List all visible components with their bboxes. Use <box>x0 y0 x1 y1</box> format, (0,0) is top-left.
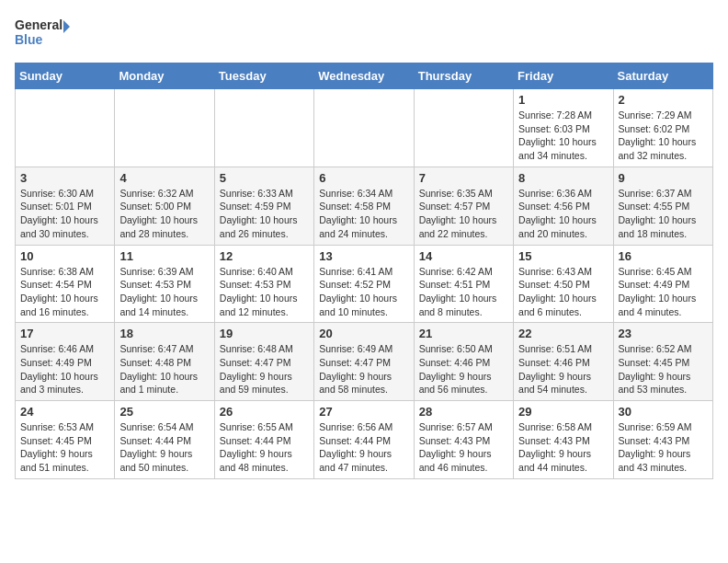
calendar-cell: 28Sunrise: 6:57 AM Sunset: 4:43 PM Dayli… <box>414 401 513 479</box>
day-number: 16 <box>619 249 708 263</box>
day-info: Sunrise: 6:48 AM Sunset: 4:47 PM Dayligh… <box>220 342 309 396</box>
calendar-cell: 18Sunrise: 6:47 AM Sunset: 4:48 PM Dayli… <box>115 323 214 401</box>
day-info: Sunrise: 6:37 AM Sunset: 4:55 PM Dayligh… <box>619 187 708 241</box>
header-cell-saturday: Saturday <box>613 63 712 89</box>
day-info: Sunrise: 6:42 AM Sunset: 4:51 PM Dayligh… <box>419 265 508 319</box>
calendar-cell <box>115 89 214 167</box>
header-row: SundayMondayTuesdayWednesdayThursdayFrid… <box>16 63 713 89</box>
calendar-cell <box>314 89 414 167</box>
page-header: General Blue <box>15 15 713 52</box>
calendar-cell: 26Sunrise: 6:55 AM Sunset: 4:44 PM Dayli… <box>214 401 313 479</box>
day-number: 26 <box>220 405 309 419</box>
calendar-week-1: 1Sunrise: 7:28 AM Sunset: 6:03 PM Daylig… <box>16 89 713 167</box>
day-number: 7 <box>419 171 508 185</box>
header-cell-tuesday: Tuesday <box>214 63 313 89</box>
day-number: 17 <box>20 327 109 340</box>
day-info: Sunrise: 7:28 AM Sunset: 6:03 PM Dayligh… <box>518 109 608 163</box>
day-info: Sunrise: 6:52 AM Sunset: 4:45 PM Dayligh… <box>619 342 708 396</box>
day-number: 23 <box>619 327 708 340</box>
calendar-week-5: 24Sunrise: 6:53 AM Sunset: 4:45 PM Dayli… <box>16 401 713 479</box>
calendar-cell: 1Sunrise: 7:28 AM Sunset: 6:03 PM Daylig… <box>514 89 613 167</box>
calendar-cell: 20Sunrise: 6:49 AM Sunset: 4:47 PM Dayli… <box>314 323 414 401</box>
calendar-cell: 13Sunrise: 6:41 AM Sunset: 4:52 PM Dayli… <box>314 245 414 323</box>
calendar-cell: 6Sunrise: 6:34 AM Sunset: 4:58 PM Daylig… <box>314 167 414 245</box>
calendar-week-2: 3Sunrise: 6:30 AM Sunset: 5:01 PM Daylig… <box>16 167 713 245</box>
calendar-week-4: 17Sunrise: 6:46 AM Sunset: 4:49 PM Dayli… <box>16 323 713 401</box>
day-info: Sunrise: 6:46 AM Sunset: 4:49 PM Dayligh… <box>20 342 109 396</box>
day-number: 20 <box>319 327 408 340</box>
day-number: 4 <box>119 171 209 185</box>
logo-svg: General Blue <box>15 15 70 52</box>
day-number: 25 <box>119 405 209 419</box>
svg-text:General: General <box>15 17 63 32</box>
day-info: Sunrise: 6:59 AM Sunset: 4:43 PM Dayligh… <box>619 420 708 475</box>
day-info: Sunrise: 6:50 AM Sunset: 4:46 PM Dayligh… <box>419 342 508 396</box>
day-number: 1 <box>518 93 608 107</box>
calendar-cell: 2Sunrise: 7:29 AM Sunset: 6:02 PM Daylig… <box>613 89 712 167</box>
day-info: Sunrise: 6:55 AM Sunset: 4:44 PM Dayligh… <box>220 420 309 475</box>
day-number: 3 <box>20 171 109 185</box>
calendar-cell: 24Sunrise: 6:53 AM Sunset: 4:45 PM Dayli… <box>16 401 115 479</box>
day-number: 9 <box>619 171 708 185</box>
calendar-cell: 5Sunrise: 6:33 AM Sunset: 4:59 PM Daylig… <box>214 167 313 245</box>
calendar-cell: 22Sunrise: 6:51 AM Sunset: 4:46 PM Dayli… <box>514 323 613 401</box>
calendar-cell: 14Sunrise: 6:42 AM Sunset: 4:51 PM Dayli… <box>414 245 513 323</box>
calendar-cell: 30Sunrise: 6:59 AM Sunset: 4:43 PM Dayli… <box>613 401 712 479</box>
day-info: Sunrise: 6:30 AM Sunset: 5:01 PM Dayligh… <box>20 187 109 241</box>
calendar-cell: 9Sunrise: 6:37 AM Sunset: 4:55 PM Daylig… <box>613 167 712 245</box>
calendar-cell: 25Sunrise: 6:54 AM Sunset: 4:44 PM Dayli… <box>115 401 214 479</box>
calendar-cell <box>414 89 513 167</box>
calendar-cell: 8Sunrise: 6:36 AM Sunset: 4:56 PM Daylig… <box>514 167 613 245</box>
calendar-cell: 11Sunrise: 6:39 AM Sunset: 4:53 PM Dayli… <box>115 245 214 323</box>
header-cell-monday: Monday <box>115 63 214 89</box>
calendar-cell <box>214 89 313 167</box>
header-cell-wednesday: Wednesday <box>314 63 414 89</box>
calendar-cell: 4Sunrise: 6:32 AM Sunset: 5:00 PM Daylig… <box>115 167 214 245</box>
day-info: Sunrise: 6:57 AM Sunset: 4:43 PM Dayligh… <box>419 420 508 475</box>
calendar-cell: 3Sunrise: 6:30 AM Sunset: 5:01 PM Daylig… <box>16 167 115 245</box>
day-number: 8 <box>518 171 608 185</box>
day-number: 30 <box>619 405 708 419</box>
calendar-cell: 7Sunrise: 6:35 AM Sunset: 4:57 PM Daylig… <box>414 167 513 245</box>
day-info: Sunrise: 6:39 AM Sunset: 4:53 PM Dayligh… <box>119 265 209 319</box>
calendar-cell: 21Sunrise: 6:50 AM Sunset: 4:46 PM Dayli… <box>414 323 513 401</box>
day-number: 12 <box>220 249 309 263</box>
calendar-cell: 27Sunrise: 6:56 AM Sunset: 4:44 PM Dayli… <box>314 401 414 479</box>
day-number: 18 <box>119 327 209 340</box>
day-info: Sunrise: 6:33 AM Sunset: 4:59 PM Dayligh… <box>220 187 309 241</box>
day-number: 29 <box>518 405 608 419</box>
calendar-body: 1Sunrise: 7:28 AM Sunset: 6:03 PM Daylig… <box>16 89 713 479</box>
day-info: Sunrise: 6:32 AM Sunset: 5:00 PM Dayligh… <box>119 187 209 241</box>
day-number: 22 <box>518 327 608 340</box>
day-number: 13 <box>319 249 408 263</box>
header-cell-friday: Friday <box>514 63 613 89</box>
day-number: 27 <box>319 405 408 419</box>
day-info: Sunrise: 6:34 AM Sunset: 4:58 PM Dayligh… <box>319 187 408 241</box>
day-info: Sunrise: 6:56 AM Sunset: 4:44 PM Dayligh… <box>319 420 408 475</box>
logo: General Blue <box>15 15 70 52</box>
calendar-table: SundayMondayTuesdayWednesdayThursdayFrid… <box>15 63 713 479</box>
day-number: 24 <box>20 405 109 419</box>
day-info: Sunrise: 6:41 AM Sunset: 4:52 PM Dayligh… <box>319 265 408 319</box>
day-number: 5 <box>220 171 309 185</box>
day-info: Sunrise: 6:49 AM Sunset: 4:47 PM Dayligh… <box>319 342 408 396</box>
day-number: 28 <box>419 405 508 419</box>
day-number: 19 <box>220 327 309 340</box>
header-cell-thursday: Thursday <box>414 63 513 89</box>
day-info: Sunrise: 6:51 AM Sunset: 4:46 PM Dayligh… <box>518 342 608 396</box>
day-info: Sunrise: 6:58 AM Sunset: 4:43 PM Dayligh… <box>518 420 608 475</box>
day-info: Sunrise: 6:43 AM Sunset: 4:50 PM Dayligh… <box>518 265 608 319</box>
svg-text:Blue: Blue <box>15 32 43 47</box>
day-info: Sunrise: 6:47 AM Sunset: 4:48 PM Dayligh… <box>119 342 209 396</box>
day-number: 11 <box>119 249 209 263</box>
calendar-cell: 15Sunrise: 6:43 AM Sunset: 4:50 PM Dayli… <box>514 245 613 323</box>
day-info: Sunrise: 6:53 AM Sunset: 4:45 PM Dayligh… <box>20 420 109 475</box>
day-info: Sunrise: 6:36 AM Sunset: 4:56 PM Dayligh… <box>518 187 608 241</box>
calendar-cell: 16Sunrise: 6:45 AM Sunset: 4:49 PM Dayli… <box>613 245 712 323</box>
calendar-header: SundayMondayTuesdayWednesdayThursdayFrid… <box>16 63 713 89</box>
calendar-cell: 10Sunrise: 6:38 AM Sunset: 4:54 PM Dayli… <box>16 245 115 323</box>
calendar-cell: 17Sunrise: 6:46 AM Sunset: 4:49 PM Dayli… <box>16 323 115 401</box>
svg-marker-2 <box>63 20 70 33</box>
calendar-week-3: 10Sunrise: 6:38 AM Sunset: 4:54 PM Dayli… <box>16 245 713 323</box>
calendar-cell: 23Sunrise: 6:52 AM Sunset: 4:45 PM Dayli… <box>613 323 712 401</box>
